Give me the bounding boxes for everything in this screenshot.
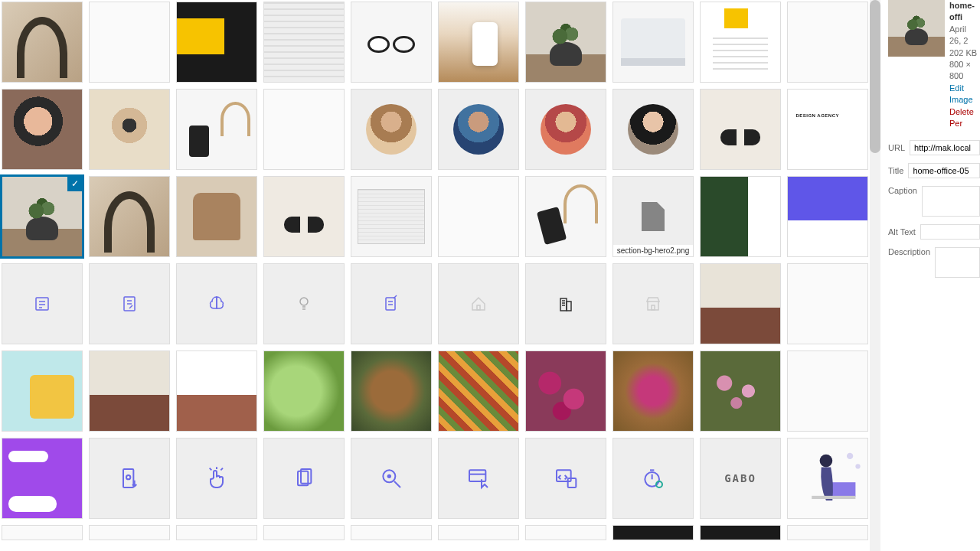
media-item[interactable] <box>525 89 606 170</box>
url-label: URL <box>888 143 905 152</box>
media-item[interactable] <box>351 89 432 170</box>
media-item[interactable] <box>787 525 868 540</box>
media-item[interactable] <box>612 350 694 432</box>
file-name-label: section-bg-hero2.png <box>613 245 693 256</box>
media-item[interactable] <box>2 438 83 519</box>
media-item[interactable] <box>438 176 519 257</box>
media-item-selected[interactable]: ✓ <box>2 176 83 257</box>
media-item[interactable] <box>787 263 868 344</box>
media-item[interactable] <box>612 2 694 83</box>
media-item-icon[interactable] <box>263 438 345 519</box>
media-item[interactable] <box>700 2 781 83</box>
screen-click-icon <box>466 466 491 491</box>
title-input[interactable] <box>908 163 980 178</box>
media-item[interactable] <box>525 176 606 257</box>
media-item[interactable] <box>89 350 170 432</box>
attachment-dimensions: 800 × 800 <box>949 59 980 83</box>
media-item[interactable] <box>525 350 606 432</box>
media-item[interactable] <box>700 350 781 432</box>
media-item[interactable] <box>438 350 519 432</box>
media-item[interactable] <box>438 525 519 540</box>
media-item[interactable] <box>700 263 781 344</box>
media-item[interactable] <box>787 2 868 83</box>
media-item[interactable] <box>89 2 170 83</box>
edit-image-link[interactable]: Edit Image <box>949 83 980 106</box>
media-item[interactable] <box>89 525 170 540</box>
media-item[interactable] <box>787 176 868 257</box>
media-item[interactable] <box>787 350 868 432</box>
attachment-date: April 26, 2 <box>949 24 980 47</box>
media-item-icon[interactable] <box>438 438 519 519</box>
title-field-row: Title <box>888 163 980 178</box>
media-item-icon[interactable] <box>89 263 170 344</box>
media-item[interactable] <box>2 350 83 432</box>
media-item[interactable] <box>89 89 170 170</box>
media-item[interactable] <box>176 176 257 257</box>
media-item-icon[interactable] <box>438 263 519 344</box>
media-item-logo[interactable]: GABO <box>700 438 781 519</box>
media-item[interactable] <box>351 176 432 257</box>
delete-permanently-link[interactable]: Delete Per <box>949 106 980 130</box>
media-item-icon[interactable] <box>176 438 257 519</box>
media-item[interactable] <box>787 438 868 519</box>
media-item[interactable] <box>176 2 257 83</box>
media-item-icon[interactable] <box>612 263 694 344</box>
media-item[interactable] <box>525 2 606 83</box>
media-item[interactable] <box>263 176 345 257</box>
media-grid: ✓ section-bg-hero2.png <box>2 2 868 540</box>
media-item[interactable] <box>2 525 83 540</box>
media-item-icon[interactable] <box>525 263 606 344</box>
media-item[interactable] <box>351 350 432 432</box>
media-item-icon[interactable] <box>612 438 694 519</box>
media-item[interactable] <box>700 525 781 540</box>
media-item-file[interactable]: section-bg-hero2.png <box>612 176 694 257</box>
media-item[interactable] <box>438 2 519 83</box>
media-item-icon[interactable] <box>525 438 606 519</box>
media-item[interactable] <box>700 89 781 170</box>
description-field-row: Description <box>888 247 980 278</box>
media-item[interactable] <box>263 2 345 83</box>
media-item[interactable] <box>176 350 257 432</box>
media-item-icon[interactable] <box>2 263 83 344</box>
caption-input[interactable] <box>922 186 980 217</box>
description-input[interactable] <box>935 247 980 278</box>
media-item[interactable] <box>612 89 694 170</box>
media-item-icon[interactable] <box>263 263 345 344</box>
media-item-icon[interactable] <box>176 263 257 344</box>
url-input[interactable] <box>910 140 980 155</box>
media-item[interactable] <box>176 89 257 170</box>
svg-rect-15 <box>567 302 571 311</box>
media-item-icon[interactable] <box>351 263 432 344</box>
hand-click-icon <box>204 466 229 491</box>
media-item[interactable] <box>263 350 345 432</box>
preview-thumbnail <box>888 0 945 57</box>
media-item[interactable] <box>438 89 519 170</box>
svg-rect-20 <box>123 469 133 487</box>
url-field-row: URL <box>888 140 980 155</box>
books-icon <box>292 466 316 491</box>
media-item[interactable] <box>525 525 606 540</box>
media-item[interactable] <box>89 176 170 257</box>
media-item[interactable] <box>700 176 781 257</box>
scrollbar-thumb[interactable] <box>870 0 880 153</box>
media-item-icon[interactable] <box>351 438 432 519</box>
media-grid-area[interactable]: ✓ section-bg-hero2.png <box>0 0 870 551</box>
media-item[interactable] <box>612 525 694 540</box>
svg-rect-40 <box>812 496 855 499</box>
lightbulb-icon <box>295 295 313 313</box>
media-item[interactable] <box>2 2 83 83</box>
media-item[interactable] <box>176 525 257 540</box>
media-item[interactable] <box>2 89 83 170</box>
media-item[interactable] <box>351 2 432 83</box>
scrollbar[interactable] <box>870 0 880 551</box>
svg-rect-13 <box>477 305 480 310</box>
alt-text-input[interactable] <box>920 224 980 240</box>
media-item-icon[interactable] <box>89 438 170 519</box>
svg-point-39 <box>820 455 833 468</box>
media-item[interactable] <box>787 89 868 170</box>
media-item[interactable] <box>263 525 345 540</box>
media-item[interactable] <box>263 89 345 170</box>
media-item[interactable] <box>351 525 432 540</box>
gabo-logo: GABO <box>724 472 756 484</box>
check-icon: ✓ <box>67 176 83 191</box>
